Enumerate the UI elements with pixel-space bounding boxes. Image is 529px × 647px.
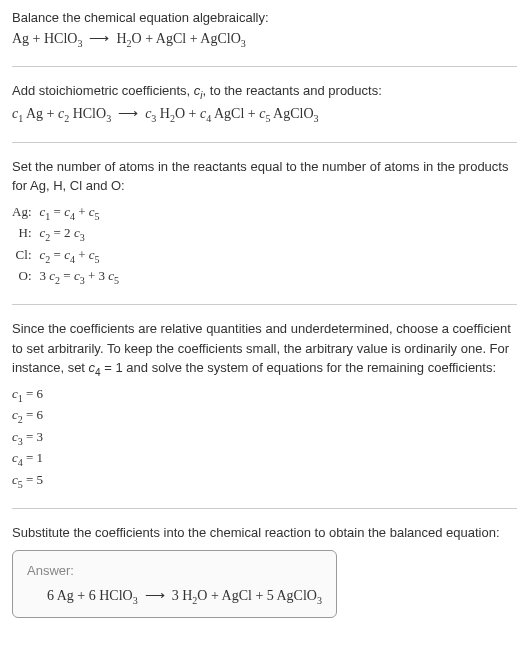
stoich-text: Add stoichiometric coefficients, ci, to …	[12, 81, 517, 103]
coef: c5 = 5	[12, 470, 517, 492]
substitute-text: Substitute the coefficients into the che…	[12, 523, 517, 543]
divider	[12, 304, 517, 305]
atom-equation: c2 = 2 c3	[40, 223, 120, 245]
atom-equation: c1 = c4 + c5	[40, 202, 120, 224]
atom-row: H: c2 = 2 c3	[12, 223, 119, 245]
divider	[12, 142, 517, 143]
atom-label: H:	[12, 223, 40, 245]
coef: c3 = 3	[12, 427, 517, 449]
coef: c2 = 6	[12, 405, 517, 427]
answer-label: Answer:	[27, 561, 322, 581]
answer-equation: 6 Ag + 6 HClO3 ⟶ 3 H2O + AgCl + 5 AgClO3	[27, 585, 322, 608]
atom-equation: c2 = c4 + c5	[40, 245, 120, 267]
page-title: Balance the chemical equation algebraica…	[12, 8, 517, 28]
atoms-table: Ag: c1 = c4 + c5 H: c2 = 2 c3 Cl: c2 = c…	[12, 202, 119, 288]
unbalanced-equation: Ag + HClO3 ⟶ H2O + AgCl + AgClO3	[12, 28, 517, 51]
atom-equation: 3 c2 = c3 + 3 c5	[40, 266, 120, 288]
atom-row: Ag: c1 = c4 + c5	[12, 202, 119, 224]
answer-box: Answer: 6 Ag + 6 HClO3 ⟶ 3 H2O + AgCl + …	[12, 550, 337, 618]
atom-row: Cl: c2 = c4 + c5	[12, 245, 119, 267]
divider	[12, 508, 517, 509]
atom-label: Ag:	[12, 202, 40, 224]
coef: c4 = 1	[12, 448, 517, 470]
atom-row: O: 3 c2 = c3 + 3 c5	[12, 266, 119, 288]
atom-label: O:	[12, 266, 40, 288]
atoms-text: Set the number of atoms in the reactants…	[12, 157, 517, 196]
divider	[12, 66, 517, 67]
coefficient-list: c1 = 6 c2 = 6 c3 = 3 c4 = 1 c5 = 5	[12, 384, 517, 492]
coef: c1 = 6	[12, 384, 517, 406]
stoich-equation: c1 Ag + c2 HClO3 ⟶ c3 H2O + c4 AgCl + c5…	[12, 103, 517, 126]
underdetermined-text: Since the coefficients are relative quan…	[12, 319, 517, 380]
atom-label: Cl:	[12, 245, 40, 267]
